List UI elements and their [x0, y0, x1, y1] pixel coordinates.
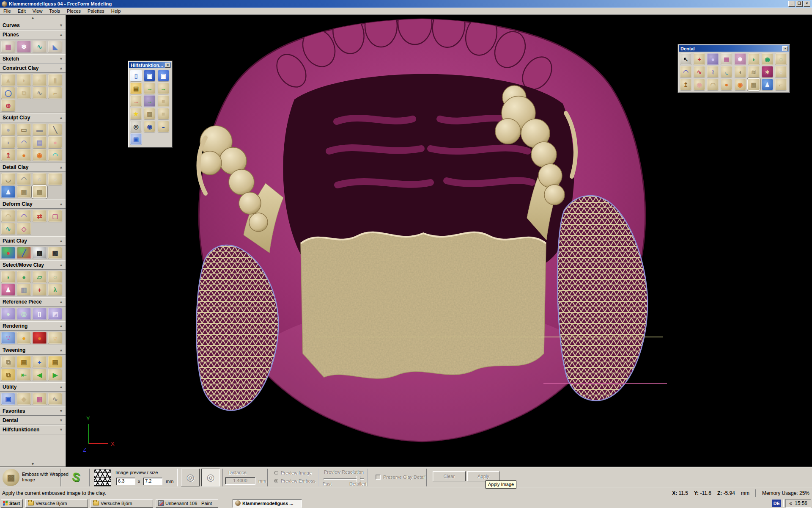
emboss-in-button[interactable]: ◎ — [201, 469, 220, 486]
section-header-tweening[interactable]: Tweening▲ — [0, 345, 66, 355]
section-header-reference-piece[interactable]: Reference Piece▲ — [0, 297, 66, 306]
task-versuche-bj-rn[interactable]: Versuche Björn — [25, 499, 88, 508]
clay-cylinder-icon[interactable]: ▮ — [48, 74, 62, 86]
section-header-planes[interactable]: Planes▲ — [0, 30, 66, 39]
menu-help[interactable]: Help — [108, 8, 124, 14]
select-stamp-icon[interactable]: ▱ — [33, 271, 47, 283]
start-button[interactable]: Start — [1, 499, 23, 508]
glow-ball-icon[interactable]: ☼ — [48, 332, 62, 344]
image-preview-swatch[interactable] — [94, 469, 111, 486]
clay-export-icon[interactable]: ◆ — [17, 393, 31, 405]
groove-tool-icon[interactable]: ◡ — [1, 173, 15, 185]
collapse-icon[interactable]: ▲ — [59, 263, 63, 267]
expand-icon[interactable]: ▼ — [59, 418, 63, 422]
clay-rolls-icon[interactable]: ≋ — [748, 66, 760, 77]
section-header-curves[interactable]: Curves▼ — [0, 21, 66, 30]
section-header-detail-clay[interactable]: Detail Clay▲ — [0, 163, 66, 172]
pointer-icon[interactable]: ↖ — [680, 53, 691, 65]
section-header-rendering[interactable]: Rendering▲ — [0, 321, 66, 331]
export-clay-icon[interactable]: → — [158, 83, 169, 94]
construction-plane-icon[interactable]: ▦ — [1, 41, 15, 52]
collapse-icon[interactable]: ▲ — [59, 385, 63, 389]
expand-icon[interactable]: ▼ — [59, 23, 63, 28]
crater-ball-icon[interactable]: ◉ — [694, 79, 705, 90]
plane-export-icon[interactable]: ▦ — [33, 393, 47, 405]
reference-sphere-icon[interactable]: ● — [707, 53, 719, 65]
cage-cube-icon[interactable]: ▢ — [48, 210, 62, 222]
collapse-icon[interactable]: ▲ — [59, 202, 63, 206]
preview-emboss-radio[interactable] — [274, 479, 278, 483]
close-icon[interactable]: × — [804, 1, 810, 7]
worm-icon[interactable]: S — [68, 469, 85, 486]
caged-sphere-icon[interactable]: ◉ — [762, 53, 773, 65]
color-spheres-icon[interactable]: ∵ — [1, 332, 15, 344]
person-icon[interactable]: ♟ — [762, 79, 773, 90]
merge-clay-icon[interactable]: → — [144, 95, 155, 107]
section-header-sketch[interactable]: Sketch▼ — [0, 54, 66, 64]
cylinder-cut-icon[interactable]: ◖ — [735, 66, 746, 77]
red-pin-flatten-icon[interactable]: ↥ — [1, 149, 15, 161]
symmetry-curves-icon[interactable]: ≀ — [707, 66, 719, 77]
import-person-icon[interactable]: ♟ — [1, 186, 15, 198]
orange-crater-icon[interactable]: ◉ — [735, 79, 746, 90]
restore-icon[interactable]: ❐ — [796, 1, 803, 7]
sphere-curve-icon[interactable]: ◠ — [680, 66, 691, 77]
pink-ball-tool-icon[interactable]: ● — [48, 136, 62, 148]
folder-export-icon[interactable]: ▤ — [48, 356, 62, 368]
tube-tool-icon[interactable]: ◠ — [17, 173, 31, 185]
tray-chevron-icon[interactable]: « — [789, 500, 792, 506]
small-ball-mound-icon[interactable]: ○ — [48, 173, 62, 185]
flatten-tool-icon[interactable]: ▭ — [17, 124, 31, 135]
move-person-icon[interactable]: ♟ — [1, 284, 15, 295]
task-versuche-bj-rn[interactable]: Versuche Björn — [91, 499, 153, 508]
scraper-tool-icon[interactable]: ▤ — [33, 136, 47, 148]
section-header-utility[interactable]: Utility▲ — [0, 382, 66, 392]
checker-dome-icon[interactable]: ▩ — [48, 247, 62, 259]
binoculars-ball-icon[interactable]: ◉ — [144, 121, 155, 132]
textured-cube-icon[interactable]: ▩ — [144, 108, 155, 119]
checker-ball-icon[interactable]: ▩ — [33, 247, 47, 259]
save-icon[interactable]: ▣ — [144, 70, 155, 81]
expand-icon[interactable]: ▼ — [59, 428, 63, 432]
section-header-paint-clay[interactable]: Paint Clay▲ — [0, 236, 66, 246]
needle-tool-icon[interactable]: ╲ — [48, 124, 62, 135]
curve-export-icon[interactable]: ∿ — [48, 393, 62, 405]
task-klammermodellguss[interactable]: Klammermodellguss ... — [233, 499, 302, 508]
smooth-mound-icon[interactable]: ◠ — [707, 79, 719, 90]
spoon-tool-icon[interactable]: ◖ — [1, 136, 15, 148]
plane-detail-icon[interactable]: ❄ — [735, 53, 746, 65]
scroll-down-icon[interactable]: ▼ — [0, 461, 66, 467]
screenshot-frame-icon[interactable]: ▣ — [1, 393, 15, 405]
section-header-construct-clay[interactable]: Construct Clay▲ — [0, 64, 66, 73]
waffle-ball-icon[interactable]: ▩ — [17, 186, 31, 198]
close-icon[interactable]: × — [782, 46, 788, 51]
emboss-wrapped-image-icon[interactable]: ▩ — [3, 469, 19, 486]
head-symmetry-icon[interactable]: ⊕ — [1, 99, 15, 111]
light-ray-ball-icon[interactable]: ● — [17, 332, 31, 344]
menu-tools[interactable]: Tools — [46, 8, 63, 14]
collapse-icon[interactable]: ▲ — [59, 165, 63, 169]
green-egg-icon[interactable]: ◗ — [748, 53, 760, 65]
clay-outline-icon[interactable]: ◯ — [1, 87, 15, 99]
orange-smudge-icon[interactable]: ◉ — [33, 149, 47, 161]
import-clay-icon[interactable]: → — [130, 95, 142, 107]
folder-pair-icon[interactable]: ⧉ — [1, 369, 15, 381]
ball-tool-icon[interactable]: ● — [1, 124, 15, 135]
clay-wedge-icon[interactable]: ◗ — [17, 74, 31, 86]
cube-slab-icon[interactable]: ▥ — [17, 284, 31, 295]
menu-edit[interactable]: Edit — [14, 8, 29, 14]
spray-ball-icon[interactable]: ◒ — [158, 121, 169, 132]
plain-cube-icon[interactable]: ■ — [158, 108, 169, 119]
new-clay-cube-icon[interactable]: ★ — [130, 108, 142, 119]
loop-knife-icon[interactable]: ◠ — [17, 136, 31, 148]
menu-file[interactable]: File — [0, 8, 14, 14]
skip-start-icon[interactable]: ⇤ — [17, 369, 31, 381]
folder-icon[interactable]: ▤ — [17, 356, 31, 368]
groove-curve-icon[interactable]: ∿ — [1, 223, 15, 235]
plane-curve-icon[interactable]: ∿ — [33, 41, 47, 52]
wire-curve-icon[interactable]: ∿ — [33, 87, 47, 99]
wizard-cone-icon[interactable]: ▲ — [1, 74, 15, 86]
bent-pipe-icon[interactable]: ⌐ — [48, 87, 62, 99]
capture-view-icon[interactable]: ▣ — [130, 133, 142, 145]
paint-brush-icon[interactable]: ╱ — [17, 247, 31, 259]
